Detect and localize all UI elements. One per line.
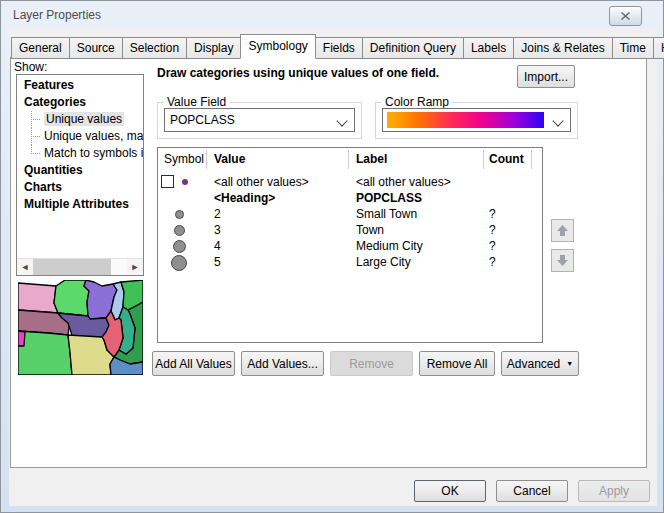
dialog-footer: OK Cancel Apply xyxy=(414,480,650,502)
show-label: Show: xyxy=(14,60,47,74)
scrollbar-thumb[interactable] xyxy=(33,259,111,275)
arrow-up-icon xyxy=(556,224,569,237)
tree-item-charts[interactable]: Charts xyxy=(17,179,143,196)
all-other-values-symbol-icon[interactable] xyxy=(182,179,188,185)
close-icon xyxy=(621,12,630,20)
value-field-dropdown[interactable]: POPCLASS xyxy=(164,108,355,132)
move-up-button[interactable] xyxy=(551,219,574,242)
close-button[interactable] xyxy=(609,6,642,26)
symbology-map-preview xyxy=(18,280,143,375)
tree-item-unique-values-many[interactable]: Unique values, many xyxy=(17,128,143,145)
table-header: Symbol Value Label Count xyxy=(158,148,542,170)
tab-html-popup[interactable]: HTML Popup xyxy=(653,37,664,59)
tree-item-quantities[interactable]: Quantities xyxy=(17,162,143,179)
layer-properties-dialog: Layer Properties General Source Selectio… xyxy=(0,0,664,513)
add-all-values-button[interactable]: Add All Values xyxy=(152,351,235,376)
ok-button[interactable]: OK xyxy=(414,480,486,502)
arrow-down-icon xyxy=(556,254,569,267)
symbol-dot-icon[interactable] xyxy=(171,255,187,271)
column-symbol: Symbol xyxy=(164,152,204,166)
advanced-button[interactable]: Advanced ▼ xyxy=(501,351,579,376)
color-ramp-label: Color Ramp xyxy=(382,95,452,109)
chevron-down-icon xyxy=(336,115,347,126)
dialog-client-area: General Source Selection Display Symbolo… xyxy=(9,28,657,506)
show-tree: Features Categories Unique values Unique… xyxy=(16,74,144,276)
value-field-label: Value Field xyxy=(164,95,229,109)
window-title: Layer Properties xyxy=(13,8,101,22)
tab-symbology[interactable]: Symbology xyxy=(240,34,315,59)
tree-item-match-to-symbols[interactable]: Match to symbols in a xyxy=(17,145,143,162)
value-actions: Add All Values Add Values... Remove Remo… xyxy=(152,351,579,376)
column-label: Label xyxy=(356,152,387,166)
tree-item-unique-values[interactable]: Unique values xyxy=(17,111,143,128)
unique-values-table: Symbol Value Label Count <all other valu… xyxy=(157,147,543,343)
table-row[interactable]: 4 Medium City ? xyxy=(158,238,542,254)
symbology-tab-page: Show: Features Categories Unique values … xyxy=(10,57,647,468)
import-button[interactable]: Import... xyxy=(517,65,575,88)
tree-item-multiple-attributes[interactable]: Multiple Attributes xyxy=(17,196,143,213)
tab-labels[interactable]: Labels xyxy=(463,37,514,59)
table-row[interactable]: 2 Small Town ? xyxy=(158,206,542,222)
tab-general[interactable]: General xyxy=(11,37,70,59)
table-row[interactable]: 3 Town ? xyxy=(158,222,542,238)
tab-source[interactable]: Source xyxy=(69,37,123,59)
column-value: Value xyxy=(214,152,245,166)
color-ramp-groupbox: Color Ramp xyxy=(375,102,578,139)
symbol-dot-icon[interactable] xyxy=(175,210,184,219)
caret-down-icon: ▼ xyxy=(566,360,573,367)
tree-horizontal-scrollbar[interactable]: ◄ ► xyxy=(17,258,143,275)
tab-fields[interactable]: Fields xyxy=(315,37,363,59)
column-count: Count xyxy=(489,152,524,166)
tab-time[interactable]: Time xyxy=(612,37,654,59)
remove-button[interactable]: Remove xyxy=(330,351,413,376)
chevron-down-icon xyxy=(552,115,563,126)
tab-definition-query[interactable]: Definition Query xyxy=(362,37,464,59)
value-field-value: POPCLASS xyxy=(165,113,235,127)
cancel-button[interactable]: Cancel xyxy=(496,480,568,502)
table-row[interactable]: <all other values> <all other values> xyxy=(158,174,542,190)
apply-button[interactable]: Apply xyxy=(578,480,650,502)
tab-selection[interactable]: Selection xyxy=(122,37,187,59)
value-field-groupbox: Value Field POPCLASS xyxy=(157,102,362,139)
scroll-right-icon[interactable]: ► xyxy=(127,259,143,275)
tab-strip: General Source Selection Display Symbolo… xyxy=(11,34,664,59)
add-values-button[interactable]: Add Values... xyxy=(241,351,324,376)
table-row[interactable]: 5 Large City ? xyxy=(158,254,542,270)
color-ramp-dropdown[interactable] xyxy=(382,108,571,132)
move-down-button[interactable] xyxy=(551,249,574,272)
all-other-values-checkbox[interactable] xyxy=(161,175,174,188)
remove-all-button[interactable]: Remove All xyxy=(419,351,495,376)
tab-joins-relates[interactable]: Joins & Relates xyxy=(513,37,612,59)
symbol-dot-icon[interactable] xyxy=(173,240,186,253)
draw-categories-heading: Draw categories using unique values of o… xyxy=(157,66,439,80)
color-ramp-gradient xyxy=(387,112,544,128)
titlebar: Layer Properties xyxy=(1,1,663,28)
scroll-left-icon[interactable]: ◄ xyxy=(17,259,33,275)
tab-display[interactable]: Display xyxy=(186,37,241,59)
tree-item-features[interactable]: Features xyxy=(17,77,143,94)
symbol-dot-icon[interactable] xyxy=(174,225,185,236)
table-row[interactable]: <Heading> POPCLASS xyxy=(158,190,542,206)
tree-item-categories[interactable]: Categories xyxy=(17,94,143,111)
